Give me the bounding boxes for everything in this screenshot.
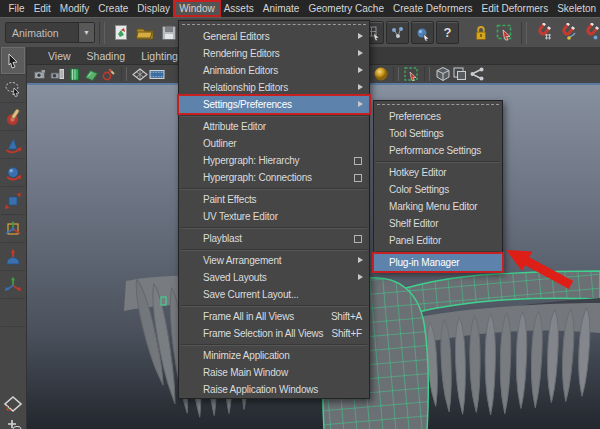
- menu-item-marking-menu-editor[interactable]: Marking Menu Editor: [374, 198, 502, 215]
- universal-manipulator-tool-button[interactable]: [1, 215, 25, 243]
- menubar-item-create[interactable]: Create: [94, 2, 133, 15]
- chevron-down-icon[interactable]: ▼: [78, 23, 94, 42]
- menu-item-plugin-manager[interactable]: Plug-in Manager: [374, 254, 502, 271]
- open-scene-icon[interactable]: [133, 21, 157, 45]
- textured-display-icon[interactable]: [451, 66, 468, 82]
- select-by-object-icon[interactable]: [386, 21, 409, 44]
- main-menubar: FileEditModifyCreateDisplayWindowAssetsA…: [0, 0, 600, 17]
- menubar-item-animate[interactable]: Animate: [258, 2, 304, 15]
- menubar-item-window[interactable]: Window: [175, 2, 220, 15]
- menu-item-settings-preferences[interactable]: Settings/Preferences: [179, 96, 369, 113]
- settings-preferences-submenu: Preferences Tool Settings Performance Se…: [373, 100, 503, 272]
- menu-item-panel-editor[interactable]: Panel Editor: [374, 232, 502, 249]
- right-wing-feathers: [418, 303, 600, 415]
- menu-item-saved-layouts[interactable]: Saved Layouts: [179, 269, 369, 286]
- toolbar-separator[interactable]: [121, 67, 127, 81]
- highlight-selection-mode-icon[interactable]: [493, 21, 517, 45]
- menu-item-save-current-layout[interactable]: Save Current Layout...: [179, 286, 369, 303]
- move-tool-button[interactable]: [1, 131, 25, 159]
- grid-icon[interactable]: [131, 66, 148, 82]
- help-icon[interactable]: ?: [436, 21, 459, 44]
- snap-to-grids-icon[interactable]: [531, 21, 555, 45]
- toolbar-separator[interactable]: [99, 22, 105, 44]
- menu-item-playblast[interactable]: Playblast: [179, 230, 369, 247]
- toolbox: [0, 47, 27, 429]
- menu-item-performance-settings[interactable]: Performance Settings: [374, 142, 502, 159]
- menu-item-hypergraph-hierarchy[interactable]: Hypergraph: Hierarchy: [179, 152, 369, 169]
- menu-item-raise-application-windows[interactable]: Raise Application Windows: [179, 381, 369, 398]
- menu-item-relationship-editors[interactable]: Relationship Editors: [179, 79, 369, 96]
- film-gate-icon[interactable]: [148, 66, 165, 82]
- menu-set-value: Animation: [6, 27, 78, 39]
- menu-item-general-editors[interactable]: General Editors: [179, 28, 369, 45]
- panel-menu-item[interactable]: View: [40, 50, 79, 62]
- menu-item-paint-effects[interactable]: Paint Effects: [179, 191, 369, 208]
- menu-item-animation-editors[interactable]: Animation Editors: [179, 62, 369, 79]
- menu-item-frame-all[interactable]: Frame All in All Views Shift+A: [179, 308, 369, 325]
- window-menu: General Editors Rendering Editors Animat…: [178, 20, 370, 399]
- isolate-select-icon[interactable]: [403, 66, 420, 82]
- menu-item: [179, 21, 369, 28]
- four-pane-layout-button[interactable]: [1, 416, 25, 429]
- menubar-item-file[interactable]: File: [4, 2, 29, 15]
- menubar-item-edit[interactable]: Edit: [29, 2, 55, 15]
- last-tool-slot[interactable]: [1, 299, 25, 327]
- menu-item-frame-selection[interactable]: Frame Selection in All Views Shift+F: [179, 325, 369, 342]
- menu-item-hotkey-editor[interactable]: Hotkey Editor: [374, 164, 502, 181]
- scale-tool-button[interactable]: [1, 187, 25, 215]
- shaded-display-icon[interactable]: [372, 66, 389, 82]
- menu-item-preferences[interactable]: Preferences: [374, 108, 502, 125]
- input-output-connections-icon[interactable]: [468, 66, 485, 82]
- menu-item-minimize-application[interactable]: Minimize Application: [179, 347, 369, 364]
- snap-to-points-icon[interactable]: [579, 21, 600, 45]
- lasso-select-tool-button[interactable]: [1, 75, 25, 103]
- menu-item-raise-main-window[interactable]: Raise Main Window: [179, 364, 369, 381]
- select-tool-button[interactable]: [1, 47, 25, 75]
- show-manipulator-tool-button[interactable]: [1, 271, 25, 299]
- menubar-item-edit-deformers[interactable]: Edit Deformers: [477, 2, 553, 15]
- paint-select-tool-button[interactable]: [1, 103, 25, 131]
- menubar-item-create-deformers[interactable]: Create Deformers: [389, 2, 477, 15]
- maya-application-window: FileEditModifyCreateDisplayWindowAssetsA…: [0, 0, 600, 429]
- menu-item-attribute-editor[interactable]: Attribute Editor: [179, 118, 369, 135]
- menu-set-selector[interactable]: Animation ▼: [5, 22, 95, 43]
- menubar-item-skeleton[interactable]: Skeleton: [553, 2, 600, 15]
- menu-item: [374, 101, 502, 108]
- menu-item-outliner[interactable]: Outliner: [179, 135, 369, 152]
- soft-modification-tool-button[interactable]: [1, 243, 25, 271]
- two-d-pan-zoom-icon[interactable]: [100, 66, 117, 82]
- snap-to-curves-icon[interactable]: [555, 21, 579, 45]
- toolbar-separator[interactable]: [521, 22, 527, 44]
- rotate-tool-button[interactable]: [1, 159, 25, 187]
- toolbar-separator[interactable]: [393, 67, 399, 81]
- image-plane-icon[interactable]: [83, 66, 100, 82]
- bookmarks-icon[interactable]: [66, 66, 83, 82]
- single-pane-layout-button[interactable]: [1, 391, 25, 416]
- menu-item-color-settings[interactable]: Color Settings: [374, 181, 502, 198]
- menu-item-shelf-editor[interactable]: Shelf Editor: [374, 215, 502, 232]
- panel-menu-item[interactable]: Shading: [79, 50, 134, 62]
- menu-item-hypergraph-connections[interactable]: Hypergraph: Connections: [179, 169, 369, 186]
- new-scene-icon[interactable]: [109, 21, 133, 45]
- menu-item-tool-settings[interactable]: Tool Settings: [374, 125, 502, 142]
- toolbar-separator[interactable]: [424, 67, 430, 81]
- lock-icon[interactable]: [469, 21, 493, 45]
- select-camera-icon[interactable]: [32, 66, 49, 82]
- menu-item-view-arrangement[interactable]: View Arrangement: [179, 252, 369, 269]
- menu-item-rendering-editors[interactable]: Rendering Editors: [179, 45, 369, 62]
- menu-item-uv-texture-editor[interactable]: UV Texture Editor: [179, 208, 369, 225]
- default-material-icon[interactable]: [434, 66, 451, 82]
- select-by-component-icon[interactable]: [411, 21, 434, 44]
- menubar-item-geometry-cache[interactable]: Geometry Cache: [304, 2, 389, 15]
- menubar-item-display[interactable]: Display: [133, 2, 175, 15]
- menubar-item-modify[interactable]: Modify: [55, 2, 93, 15]
- menubar-item-assets[interactable]: Assets: [219, 2, 258, 15]
- camera-attributes-icon[interactable]: [49, 66, 66, 82]
